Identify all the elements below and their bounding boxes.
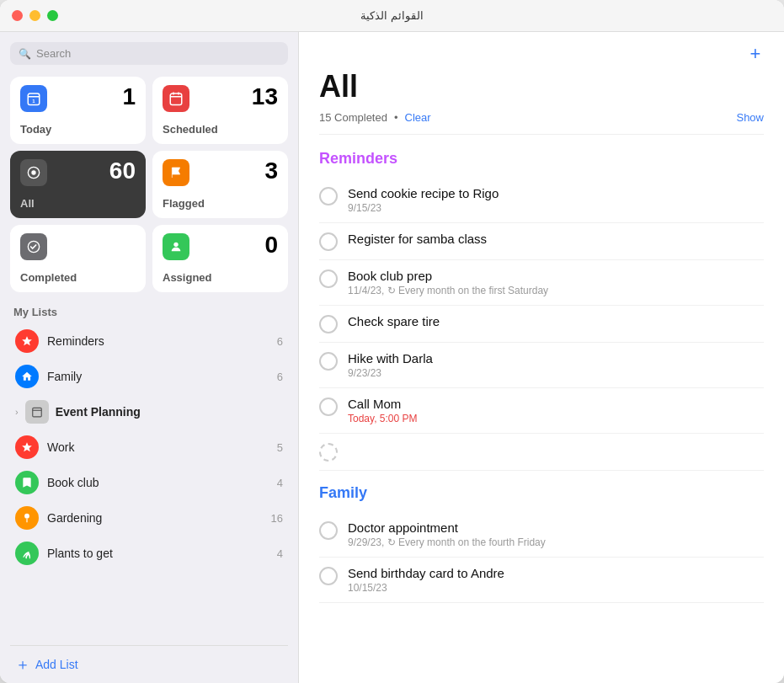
task-circle-4[interactable]: [319, 315, 338, 333]
smart-grid: 1 1 Today 13 Scheduled: [10, 77, 288, 292]
svg-marker-14: [22, 442, 32, 451]
task-name-9: Send birthday card to Andre: [348, 566, 504, 580]
clear-button[interactable]: Clear: [405, 111, 431, 124]
task-text-3: Book club prep 11/4/23, ↻ Every month on…: [348, 269, 548, 296]
gardening-list-count: 16: [271, 512, 283, 525]
add-list-button[interactable]: ＋ Add List: [10, 645, 288, 683]
smart-card-assigned[interactable]: 0 Assigned: [152, 225, 288, 292]
task-item-1: Send cookie recipe to Rigo 9/15/23: [319, 178, 764, 223]
flagged-count: 3: [264, 159, 278, 183]
task-circle-3[interactable]: [319, 269, 338, 288]
svg-text:1: 1: [32, 99, 35, 104]
smart-card-scheduled[interactable]: 13 Scheduled: [152, 77, 288, 144]
completed-bar: 15 Completed • Clear Show: [319, 111, 764, 135]
smart-card-all[interactable]: 60 All: [10, 151, 146, 218]
reminders-list-count: 6: [277, 335, 283, 348]
completed-label: Completed: [20, 271, 136, 284]
chevron-right-icon: ›: [15, 407, 19, 417]
task-sub-3: 11/4/23, ↻ Every month on the first Satu…: [348, 285, 548, 296]
list-item-gardening[interactable]: Gardening 16: [10, 500, 288, 536]
traffic-lights: [12, 10, 58, 21]
svg-point-15: [24, 514, 29, 519]
detail-body: All 15 Completed • Clear Show Reminders …: [299, 69, 784, 683]
svg-rect-3: [170, 93, 182, 105]
task-circle-5[interactable]: [319, 352, 338, 371]
svg-marker-11: [22, 336, 32, 345]
plants-list-count: 4: [277, 547, 283, 560]
task-item-4: Check spare tire: [319, 306, 764, 343]
scheduled-icon: [163, 85, 189, 112]
assigned-label: Assigned: [163, 271, 278, 284]
smart-card-flagged[interactable]: 3 Flagged: [152, 151, 288, 218]
title-bar: القوائم الذكية: [0, 0, 784, 32]
list-item-reminders[interactable]: Reminders 6: [10, 323, 288, 359]
reminders-section-header: Reminders: [319, 150, 764, 174]
task-text-9: Send birthday card to Andre 10/15/23: [348, 566, 504, 594]
svg-rect-12: [32, 408, 41, 417]
task-text-6: Call Mom Today, 5:00 PM: [348, 397, 418, 424]
sidebar: 🔍 Search 1 1 Today: [0, 32, 299, 683]
task-circle-9[interactable]: [319, 567, 338, 585]
list-item-event-planning[interactable]: › Event Planning: [10, 394, 288, 430]
gardening-list-name: Gardening: [47, 511, 263, 525]
minimize-button[interactable]: [29, 10, 40, 21]
work-list-icon: [15, 435, 39, 459]
task-item-9: Send birthday card to Andre 10/15/23: [319, 558, 764, 603]
task-text-4: Check spare tire: [348, 314, 440, 328]
assigned-icon: [163, 233, 189, 260]
work-list-count: 5: [277, 441, 283, 454]
task-circle-7[interactable]: [319, 443, 338, 462]
close-button[interactable]: [12, 10, 23, 21]
my-lists-header: My Lists: [10, 306, 288, 318]
maximize-button[interactable]: [47, 10, 58, 21]
smart-card-today[interactable]: 1 1 Today: [10, 77, 146, 144]
smart-card-assigned-top: 0: [163, 233, 278, 260]
completed-icon: [20, 233, 47, 260]
list-item-book-club[interactable]: Book club 4: [10, 465, 288, 500]
list-item-family[interactable]: Family 6: [10, 359, 288, 394]
bullet-separator: •: [394, 111, 398, 124]
family-list-name: Family: [47, 370, 269, 383]
family-section-header: Family: [319, 484, 764, 509]
work-list-name: Work: [47, 440, 269, 454]
family-list-count: 6: [277, 371, 283, 383]
task-text-5: Hike with Darla 9/23/23: [348, 351, 433, 379]
flagged-label: Flagged: [163, 197, 278, 210]
search-bar[interactable]: 🔍 Search: [10, 42, 288, 65]
smart-card-completed[interactable]: Completed: [10, 225, 146, 292]
task-name-6: Call Mom: [348, 397, 418, 411]
all-count: 60: [109, 159, 136, 183]
task-name-4: Check spare tire: [348, 314, 440, 328]
scheduled-count: 13: [252, 85, 278, 109]
list-item-plants[interactable]: Plants to get 4: [10, 536, 288, 571]
task-item-2: Register for samba class: [319, 223, 764, 260]
task-item-6: Call Mom Today, 5:00 PM: [319, 388, 764, 434]
task-sub-1: 9/15/23: [348, 202, 499, 214]
task-circle-1[interactable]: [319, 187, 338, 205]
task-item-5: Hike with Darla 9/23/23: [319, 343, 764, 388]
task-circle-2[interactable]: [319, 232, 338, 251]
all-label: All: [20, 197, 136, 210]
today-count: 1: [122, 85, 136, 109]
task-sub-5: 9/23/23: [348, 367, 433, 379]
add-list-plus-icon: ＋: [15, 654, 30, 675]
scheduled-label: Scheduled: [163, 123, 278, 136]
reminders-list-icon: [15, 329, 39, 353]
list-item-work[interactable]: Work 5: [10, 430, 288, 465]
svg-point-10: [173, 243, 178, 247]
plants-list-name: Plants to get: [47, 547, 269, 560]
detail-panel: + All 15 Completed • Clear Show Reminder…: [299, 32, 784, 683]
show-button[interactable]: Show: [736, 111, 764, 124]
task-name-1: Send cookie recipe to Rigo: [348, 186, 499, 200]
flagged-icon: [163, 159, 189, 186]
main-content: 🔍 Search 1 1 Today: [0, 32, 784, 683]
smart-card-scheduled-top: 13: [163, 85, 278, 112]
add-task-button[interactable]: +: [744, 42, 767, 66]
assigned-count: 0: [264, 233, 278, 257]
detail-title: All: [319, 69, 764, 104]
svg-point-8: [31, 170, 35, 174]
task-circle-8[interactable]: [319, 521, 338, 540]
smart-card-all-top: 60: [20, 159, 136, 186]
task-text-1: Send cookie recipe to Rigo 9/15/23: [348, 186, 499, 214]
task-circle-6[interactable]: [319, 398, 338, 416]
